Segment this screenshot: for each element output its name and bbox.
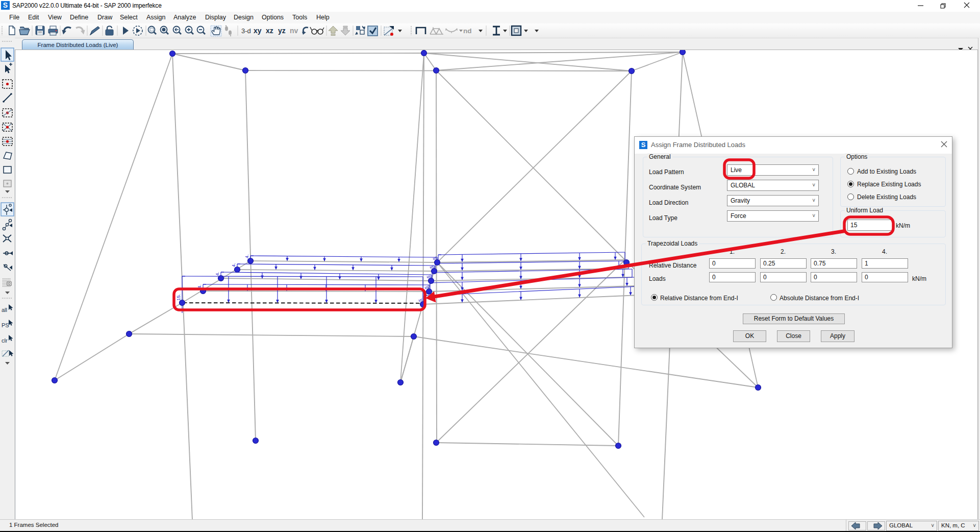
svg-text:nv: nv <box>290 27 298 35</box>
svg-text:all: all <box>2 307 7 313</box>
svg-text:4.: 4. <box>214 272 220 276</box>
svg-text:5.: 5. <box>432 256 437 260</box>
svg-text:3-d: 3-d <box>241 27 251 35</box>
svg-text:5.: 5. <box>425 274 431 278</box>
svg-text:5.: 5. <box>429 264 434 269</box>
svg-text:5.: 5. <box>423 285 429 289</box>
svg-text:xz: xz <box>266 27 273 35</box>
svg-text:15.: 15. <box>175 294 181 301</box>
svg-text:4.: 4. <box>196 284 202 288</box>
svg-text:clr: clr <box>2 337 8 344</box>
svg-text:PS: PS <box>2 322 9 328</box>
svg-text:xy: xy <box>254 27 262 35</box>
svg-text:4.: 4. <box>231 263 236 267</box>
svg-text:4.: 4. <box>244 254 249 258</box>
svg-text:5.: 5. <box>417 298 423 302</box>
svg-text:nd: nd <box>463 27 472 35</box>
svg-text:yz: yz <box>278 27 286 35</box>
